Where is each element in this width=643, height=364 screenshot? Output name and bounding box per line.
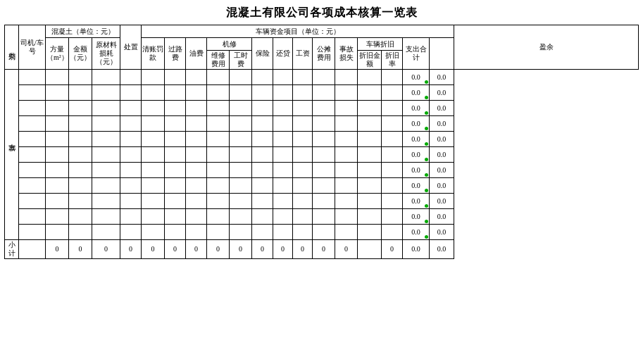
cell-gh-9 xyxy=(313,194,335,209)
cell-bx-10 xyxy=(252,209,273,225)
subtotal-qj: 0 xyxy=(142,240,165,259)
cell-bx-1 xyxy=(252,70,273,85)
cell-dk-10 xyxy=(273,209,293,225)
cell-zc-11: 0.0 xyxy=(403,225,430,240)
cell-yc-11 xyxy=(92,225,120,240)
cell-zje-7 xyxy=(358,163,382,178)
cell-gz-11 xyxy=(293,225,313,240)
cell-ff-11 xyxy=(46,225,69,240)
cell-bx-11 xyxy=(252,225,273,240)
cell-siji-4 xyxy=(19,116,46,132)
cell-gl-7 xyxy=(165,163,186,178)
cell-gs-4 xyxy=(230,116,252,132)
cell-qj-8 xyxy=(142,178,165,194)
cell-yf-6 xyxy=(186,147,207,163)
cell-yf-4 xyxy=(186,116,207,132)
cell-sg-4 xyxy=(335,116,358,132)
table-row: 0.0 0.0 xyxy=(5,194,639,209)
cell-bx-9 xyxy=(252,194,273,209)
cell-cz-11 xyxy=(120,225,142,240)
table-row: 0.0 0.0 xyxy=(5,209,639,225)
cell-yf-9 xyxy=(186,194,207,209)
cell-gl-10 xyxy=(165,209,186,225)
cell-gz-5 xyxy=(293,132,313,147)
cell-gs-6 xyxy=(230,147,252,163)
cell-wx-2 xyxy=(207,85,230,101)
header-zhejiu-l: 折旧率 xyxy=(382,51,403,70)
cell-sg-1 xyxy=(335,70,358,85)
cell-gh-3 xyxy=(313,101,335,116)
subtotal-row: 小计 0 0 0 0 0 0 0 0 0 0 0 0 0 0 0 0.0 0.0 xyxy=(5,240,639,259)
cell-ff-8 xyxy=(46,178,69,194)
cell-ff-7 xyxy=(46,163,69,178)
cell-gz-9 xyxy=(293,194,313,209)
cell-qj-2 xyxy=(142,85,165,101)
cell-zc-2: 0.0 xyxy=(403,85,430,101)
cell-sg-8 xyxy=(335,178,358,194)
cell-zc-8: 0.0 xyxy=(403,178,430,194)
cell-gh-7 xyxy=(313,163,335,178)
cell-dk-3 xyxy=(273,101,293,116)
subtotal-zje xyxy=(358,240,382,259)
cell-zje-5 xyxy=(358,132,382,147)
cell-zc-4: 0.0 xyxy=(403,116,430,132)
header-chejiu: 车辆折旧 xyxy=(358,38,403,51)
cell-ff-3 xyxy=(46,101,69,116)
cell-yf-10 xyxy=(186,209,207,225)
table-row: 罐车 0.0 0.0 xyxy=(5,70,639,85)
cell-zje-8 xyxy=(358,178,382,194)
cell-siji-6 xyxy=(19,147,46,163)
cell-zl-1 xyxy=(382,70,403,85)
cell-zje-6 xyxy=(358,147,382,163)
header-daikuan: 还贷 xyxy=(273,38,293,70)
cell-gl-9 xyxy=(165,194,186,209)
cell-yy-7: 0.0 xyxy=(430,163,454,178)
cell-yy-3: 0.0 xyxy=(430,101,454,116)
cell-dk-1 xyxy=(273,70,293,85)
cell-gl-2 xyxy=(165,85,186,101)
cell-ff-6 xyxy=(46,147,69,163)
cell-gl-8 xyxy=(165,178,186,194)
cell-gz-10 xyxy=(293,209,313,225)
subtotal-label-empty xyxy=(19,240,46,259)
subtotal-zl: 0 xyxy=(382,240,403,259)
subtotal-zc: 0.0 xyxy=(403,240,430,259)
header-cheliangfee: 车辆资金项目（单位：元） xyxy=(142,25,454,38)
header-zhejiu-e: 折旧金额 xyxy=(358,51,382,70)
cell-qj-9 xyxy=(142,194,165,209)
cell-gz-4 xyxy=(293,116,313,132)
cell-dk-6 xyxy=(273,147,293,163)
header-siji: 司机/车号 xyxy=(19,25,46,70)
cell-siji-5 xyxy=(19,132,46,147)
cell-jine-6 xyxy=(69,147,92,163)
cell-yy-4: 0.0 xyxy=(430,116,454,132)
cell-ff-5 xyxy=(46,132,69,147)
cell-cz-8 xyxy=(120,178,142,194)
cell-zl-11 xyxy=(382,225,403,240)
cell-zje-1 xyxy=(358,70,382,85)
subtotal-jine: 0 xyxy=(69,240,92,259)
table-row: 0.0 0.0 xyxy=(5,163,639,178)
cell-jine-4 xyxy=(69,116,92,132)
cell-yf-7 xyxy=(186,163,207,178)
cell-wx-3 xyxy=(207,101,230,116)
cell-yc-7 xyxy=(92,163,120,178)
cell-zc-6: 0.0 xyxy=(403,147,430,163)
cell-gz-3 xyxy=(293,101,313,116)
cell-cz-2 xyxy=(120,85,142,101)
cell-sg-10 xyxy=(335,209,358,225)
cell-bx-5 xyxy=(252,132,273,147)
cell-siji-3 xyxy=(19,101,46,116)
page-container: 混凝土有限公司各项成本核算一览表 xyxy=(0,0,643,263)
cell-dk-4 xyxy=(273,116,293,132)
header-hunningtu: 混凝土（单位：元） xyxy=(46,25,120,38)
subtotal-gs: 0 xyxy=(230,240,252,259)
subtotal-yf: 0 xyxy=(186,240,207,259)
cell-zl-6 xyxy=(382,147,403,163)
cell-yc-1 xyxy=(92,70,120,85)
cell-yy-8: 0.0 xyxy=(430,178,454,194)
section-label: 罐车 xyxy=(5,70,19,240)
cell-zc-7: 0.0 xyxy=(403,163,430,178)
subtotal-ff: 0 xyxy=(46,240,69,259)
cell-siji-9 xyxy=(19,194,46,209)
